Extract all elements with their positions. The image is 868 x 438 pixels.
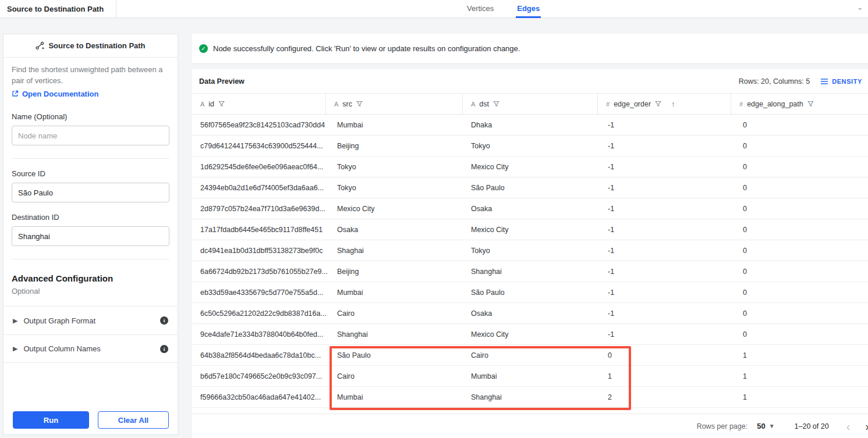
cell-src: Tokyo	[329, 156, 463, 177]
cell-dst: Shanghai	[463, 261, 600, 282]
info-icon[interactable]: i	[160, 345, 168, 353]
cell-edge-along-path: 0	[735, 136, 868, 156]
column-label: dst	[479, 100, 489, 108]
filter-icon[interactable]	[493, 101, 499, 107]
success-check-icon: ✓	[199, 44, 208, 53]
cell-id: b6d57e180c749665c2e0b9c93c097...	[192, 366, 329, 386]
rows-per-page-select[interactable]: 50 ▼	[757, 422, 774, 430]
column-label: edge_along_path	[747, 100, 803, 108]
data-preview-panel: Data Preview Rows: 20, Columns: 5 DENSIT…	[192, 69, 868, 438]
cell-edge-order: -1	[600, 282, 735, 302]
cell-id: eb33d59ae4335679c5d770e755a5d...	[192, 282, 329, 302]
filter-icon[interactable]	[356, 101, 363, 107]
cell-src: Beijing	[329, 136, 463, 156]
section-label: Output Column Names	[23, 344, 100, 353]
column-type-icon: A	[334, 101, 338, 108]
cell-edge-order: -1	[600, 136, 735, 156]
filter-icon[interactable]	[218, 101, 225, 107]
destination-id-input[interactable]	[12, 226, 169, 246]
table-row: dc4941ea1b0d31dbff53138273be9f0c Shaghai…	[192, 240, 868, 261]
column-label: src	[342, 100, 352, 108]
cell-src: Shanghai	[329, 324, 463, 344]
cell-dst: Shanghai	[463, 387, 600, 407]
cell-src: Mumbai	[329, 387, 463, 407]
density-label: DENSITY	[832, 78, 862, 85]
open-documentation-link[interactable]: Open Documentation	[12, 90, 98, 98]
previous-page-button[interactable]: ‹	[846, 421, 851, 432]
cell-edge-order: -1	[600, 115, 735, 135]
table-row: c79d641244175634c63900d525444... Beijing…	[192, 136, 868, 156]
cell-src: Beijing	[329, 261, 463, 282]
node-title-tab: Source to Destination Path	[0, 0, 116, 17]
cell-id: dc4941ea1b0d31dbff53138273be9f0c	[192, 240, 329, 261]
output-column-names-expander[interactable]: ▶ Output Column Names i	[3, 334, 178, 363]
cell-dst: Mexico City	[463, 156, 600, 177]
cell-src: São Paulo	[329, 345, 463, 365]
cell-id: f59666a32cb50ac46ada647e41402...	[192, 387, 329, 407]
path-algorithm-icon	[36, 41, 44, 50]
cell-dst: Cairo	[463, 345, 600, 365]
column-header[interactable]: A id ↑	[192, 94, 326, 114]
sidebar-header: Source to Destination Path	[3, 34, 178, 58]
cell-edge-order: 1	[600, 366, 735, 386]
density-control[interactable]: DENSITY	[820, 78, 862, 85]
divider	[12, 158, 169, 159]
cell-id: 1d6292545de6fee0e6e096aeac0f64...	[192, 156, 329, 177]
table-row: 24394eb0a2d1e6d7f4005ef3da6aa6... Tokyo …	[192, 177, 868, 198]
cell-edge-order: 0	[600, 345, 735, 365]
filter-icon[interactable]	[655, 101, 661, 107]
next-page-button[interactable]: ›	[865, 421, 868, 432]
source-id-input[interactable]	[12, 183, 169, 202]
config-sidebar: Source to Destination Path Find the shor…	[3, 34, 178, 435]
density-icon	[820, 78, 828, 85]
rows-per-page-value: 50	[757, 422, 765, 430]
cell-dst: Dhaka	[463, 115, 600, 135]
rows-per-page-label: Rows per page:	[697, 422, 748, 430]
column-header[interactable]: A src ↑	[326, 94, 463, 114]
chevron-right-icon: ▶	[13, 345, 17, 352]
source-id-label: Source ID	[12, 169, 169, 178]
node-name-input[interactable]	[12, 126, 169, 145]
table-row: b6d57e180c749665c2e0b9c93c097... Cairo M…	[192, 366, 868, 387]
column-type-icon: A	[200, 101, 204, 108]
column-type-icon: A	[471, 101, 475, 108]
cell-dst: Osaka	[463, 198, 600, 219]
run-button[interactable]: Run	[13, 411, 89, 429]
filter-icon[interactable]	[807, 101, 814, 107]
cell-id: 17a17fdadb6445e465bc9117d8ffe451	[192, 219, 329, 240]
cell-edge-order: -1	[600, 303, 735, 323]
cell-edge-order: -1	[600, 177, 735, 198]
pagination-range: 1–20 of 20	[795, 422, 829, 430]
table-row: 1d6292545de6fee0e6e096aeac0f64... Tokyo …	[192, 156, 868, 177]
output-graph-format-expander[interactable]: ▶ Output Graph Format i	[3, 306, 178, 334]
info-icon[interactable]: i	[160, 316, 168, 325]
advanced-sections: ▶ Output Graph Format i ▶ Output Column …	[3, 306, 178, 363]
cell-edge-along-path: 0	[735, 324, 868, 344]
column-header[interactable]: A dst ↑	[463, 94, 598, 114]
table-row: 9ce4dafe71e334b3788040b64b0fed... Shangh…	[192, 324, 868, 345]
cell-id: 6a66724db92b2173d5b761055b27e9...	[192, 261, 329, 282]
status-banner: ✓ Node successfully configured. Click 'R…	[192, 34, 868, 64]
tab-vertices[interactable]: Vertices	[466, 0, 495, 18]
top-bar: Source to Destination Path Vertices Edge…	[0, 0, 868, 18]
column-header[interactable]: # edge_order ↑	[598, 94, 731, 114]
cell-src: Mumbai	[329, 115, 463, 135]
cell-src: Shaghai	[329, 240, 463, 261]
table-body: 56f07565ea9f23c81425103cad730dd4 Mumbai …	[192, 115, 868, 408]
cell-edge-along-path: 0	[735, 240, 868, 261]
chevron-down-icon[interactable]: ⌄	[856, 2, 863, 12]
cell-id: 56f07565ea9f23c81425103cad730dd4	[192, 115, 329, 135]
section-label: Output Graph Format	[23, 316, 95, 325]
cell-dst: Tokyo	[463, 240, 600, 261]
column-header[interactable]: # edge_along_path ↑	[731, 94, 814, 114]
tab-edges[interactable]: Edges	[516, 0, 541, 18]
cell-edge-order: -1	[600, 261, 735, 282]
cell-dst: Mexico City	[463, 219, 600, 240]
cell-edge-along-path: 0	[735, 303, 868, 323]
table-row: 2d8797c057b24ea7f710d3a6e9639d... Mexico…	[192, 198, 868, 219]
table-row: 64b38a2f8564d4bedaa6c78da10bc... São Pau…	[192, 345, 868, 366]
cell-dst: Tokyo	[463, 136, 600, 156]
clear-all-button[interactable]: Clear All	[98, 411, 169, 429]
sort-ascending-icon[interactable]: ↑	[671, 99, 675, 108]
table-row: 17a17fdadb6445e465bc9117d8ffe451 Osaka M…	[192, 219, 868, 240]
